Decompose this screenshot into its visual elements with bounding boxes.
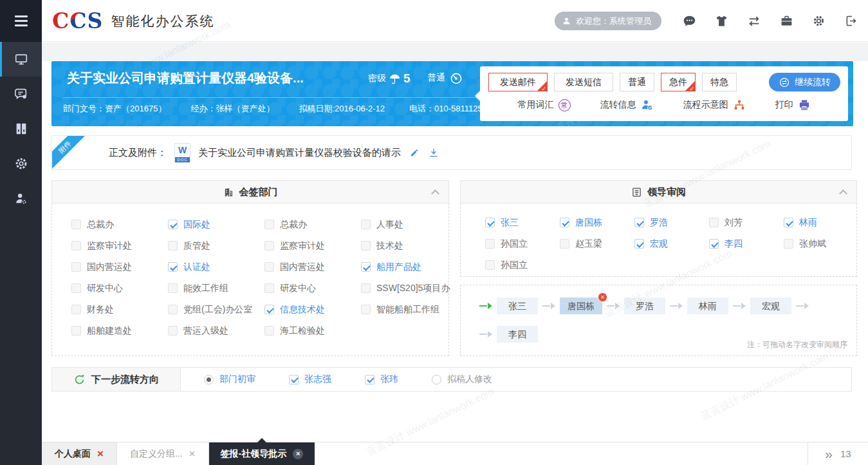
checkbox[interactable] bbox=[485, 239, 495, 249]
dept-option[interactable]: 技术处 bbox=[361, 235, 457, 256]
sidebar-item-user-settings[interactable] bbox=[0, 181, 42, 216]
radio-selected[interactable] bbox=[204, 375, 214, 384]
dept-option[interactable]: 智能船舶工作组 bbox=[361, 299, 457, 320]
flow-diagram-link[interactable]: 流程示意图 bbox=[683, 99, 746, 111]
leader-option[interactable]: 孙国立 bbox=[485, 233, 560, 254]
download-icon[interactable] bbox=[428, 147, 439, 158]
dept-option[interactable]: 研发中心 bbox=[71, 278, 168, 299]
checkbox-checked[interactable] bbox=[634, 239, 644, 249]
checkbox[interactable] bbox=[361, 220, 371, 229]
leader-option[interactable]: 刘芳 bbox=[709, 212, 784, 233]
checkbox[interactable] bbox=[361, 305, 371, 314]
checkbox[interactable] bbox=[168, 326, 178, 336]
sidebar-item-desktop[interactable] bbox=[0, 42, 42, 77]
dept-option[interactable]: 监察审计处 bbox=[264, 235, 361, 256]
attachment-file-link[interactable]: 关于实业公司申请购置计量仪器校验设备的请示 bbox=[198, 147, 401, 159]
close-icon[interactable] bbox=[293, 449, 303, 459]
dept-option[interactable]: 营运入级处 bbox=[168, 320, 264, 341]
send-mail-button[interactable]: 发送邮件 bbox=[488, 73, 548, 91]
checkbox[interactable] bbox=[71, 305, 81, 314]
sidebar-item-tools[interactable] bbox=[0, 146, 42, 181]
dept-option[interactable]: 党组(工会)办公室 bbox=[168, 299, 264, 320]
checkbox-checked[interactable] bbox=[365, 375, 374, 384]
next-option-checkbox[interactable]: 张玮 bbox=[365, 374, 398, 385]
tab-custom-group[interactable]: 自定义分组... bbox=[117, 442, 209, 465]
collapse-icon[interactable] bbox=[431, 189, 439, 198]
priority-extra-urgent-button[interactable]: 特急 bbox=[702, 73, 737, 91]
checkbox[interactable] bbox=[168, 305, 178, 314]
leader-option[interactable]: 赵玉梁 bbox=[560, 233, 634, 254]
collapse-icon[interactable] bbox=[839, 189, 847, 198]
continue-flow-button[interactable]: 继续流转 bbox=[769, 73, 840, 91]
checkbox[interactable] bbox=[709, 218, 719, 227]
dept-option[interactable]: 监察审计处 bbox=[71, 235, 168, 256]
checkbox[interactable] bbox=[784, 239, 793, 249]
checkbox-checked[interactable] bbox=[361, 262, 371, 272]
checkbox-checked[interactable] bbox=[784, 218, 793, 227]
checkbox[interactable] bbox=[560, 239, 569, 249]
leaders-header[interactable]: 领导审阅 bbox=[460, 180, 857, 204]
message-icon[interactable] bbox=[683, 14, 696, 28]
checkbox-checked[interactable] bbox=[168, 262, 178, 272]
flow-info-link[interactable]: 流转信息 bbox=[600, 99, 654, 111]
edit-icon[interactable] bbox=[409, 147, 420, 158]
checkbox[interactable] bbox=[264, 220, 274, 229]
theme-icon[interactable] bbox=[715, 14, 728, 28]
flow-chip[interactable]: 罗浩 bbox=[624, 298, 665, 314]
user-welcome[interactable]: 欢迎您：系统管理员 bbox=[555, 12, 661, 30]
next-option-radio[interactable]: 部门初审 bbox=[204, 374, 255, 385]
checkbox[interactable] bbox=[71, 220, 81, 229]
dept-option[interactable]: 能效工作组 bbox=[168, 278, 264, 299]
checkbox-checked[interactable] bbox=[560, 218, 569, 227]
checkbox[interactable] bbox=[264, 283, 274, 293]
common-words-link[interactable]: 常用词汇 常 bbox=[518, 99, 571, 111]
switch-icon[interactable] bbox=[747, 14, 761, 28]
checkbox-checked[interactable] bbox=[289, 375, 299, 384]
checkbox[interactable] bbox=[71, 283, 81, 293]
checkbox[interactable] bbox=[264, 241, 274, 251]
dept-option[interactable]: 总裁办 bbox=[71, 214, 168, 235]
dept-option[interactable]: 总裁办 bbox=[264, 214, 361, 235]
leader-option[interactable]: 孙国立 bbox=[485, 254, 560, 276]
checkbox[interactable] bbox=[361, 283, 371, 293]
checkbox-checked[interactable] bbox=[264, 305, 274, 314]
dept-option[interactable]: 船用产品处 bbox=[361, 256, 457, 278]
dept-option[interactable]: 质管处 bbox=[168, 235, 264, 256]
sidebar-item-messages[interactable] bbox=[0, 77, 42, 111]
checkbox[interactable] bbox=[71, 262, 81, 272]
checkbox-checked[interactable] bbox=[634, 218, 644, 227]
sidebar-item-archive[interactable] bbox=[0, 111, 42, 146]
dept-option[interactable]: 海工检验处 bbox=[264, 320, 361, 341]
tab-report-leader-review[interactable]: 签报-社领导批示 bbox=[209, 442, 315, 465]
close-icon[interactable] bbox=[189, 448, 196, 459]
dept-option[interactable]: 信息技术处 bbox=[264, 299, 361, 320]
leader-option[interactable]: 张帅斌 bbox=[784, 233, 858, 254]
briefcase-icon[interactable] bbox=[780, 14, 793, 28]
checkbox[interactable] bbox=[71, 326, 81, 336]
dept-option[interactable]: 国内营运处 bbox=[71, 256, 168, 278]
priority-normal-button[interactable]: 普通 bbox=[620, 73, 654, 91]
checkbox[interactable] bbox=[71, 241, 81, 251]
checkbox-checked[interactable] bbox=[709, 239, 719, 249]
remove-icon[interactable] bbox=[598, 292, 607, 302]
leader-option[interactable]: 李四 bbox=[709, 233, 784, 254]
flow-chip[interactable]: 宏观 bbox=[750, 298, 791, 314]
print-link[interactable]: 打印 bbox=[775, 99, 811, 111]
flow-chip[interactable]: 林雨 bbox=[687, 298, 728, 314]
radio-unselected[interactable] bbox=[432, 375, 441, 384]
next-option-checkbox[interactable]: 张志强 bbox=[289, 374, 331, 385]
dept-option[interactable]: SSW[S20]5项目办 bbox=[361, 278, 457, 299]
dept-option[interactable]: 国际处 bbox=[168, 214, 264, 235]
flow-chip-active[interactable]: 唐国栋 bbox=[560, 298, 602, 314]
dept-option[interactable]: 人事处 bbox=[361, 214, 457, 235]
dept-option[interactable]: 认证处 bbox=[168, 256, 264, 278]
next-option-radio[interactable]: 拟稿人修改 bbox=[432, 374, 492, 385]
dept-option[interactable]: 研发中心 bbox=[264, 278, 361, 299]
checkbox-checked[interactable] bbox=[168, 220, 178, 229]
settings-icon[interactable] bbox=[812, 14, 826, 28]
checkbox[interactable] bbox=[485, 260, 495, 270]
close-icon[interactable] bbox=[97, 448, 104, 459]
send-sms-button[interactable]: 发送短信 bbox=[554, 73, 613, 91]
checkbox[interactable] bbox=[264, 326, 274, 336]
menu-toggle-button[interactable] bbox=[0, 0, 42, 42]
